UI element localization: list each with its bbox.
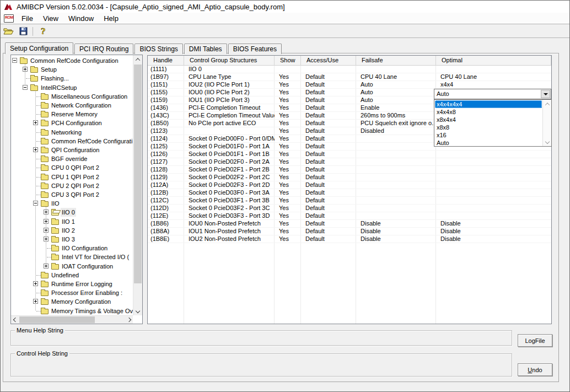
tab-setup-configuration[interactable]: Setup Configuration	[5, 42, 73, 54]
table-row[interactable]: (112C)Socket 0 PcieD03F1 - Port 3BYesDef…	[148, 197, 551, 205]
dropdown-option-x4x4x4x4[interactable]: x4x4x4x4	[435, 100, 542, 108]
logfile-button[interactable]: LogFile	[518, 334, 552, 347]
tree-vscroll-thumb[interactable]	[134, 65, 142, 283]
tab-dmi-tables[interactable]: DMI Tables	[184, 44, 227, 54]
column-header-access-use[interactable]: Access/Use	[301, 56, 356, 66]
expand-toggle-icon[interactable]	[33, 281, 38, 286]
tree-item-undefined[interactable]: Undefined	[11, 271, 133, 280]
table-row[interactable]: (1128)Socket 0 PcieD02F1 - Port 2BYesDef…	[148, 166, 551, 174]
tree-vertical-scrollbar[interactable]	[133, 55, 142, 315]
expand-toggle-icon[interactable]	[33, 120, 38, 125]
column-header-handle[interactable]: Handle	[148, 56, 184, 66]
tree-item-runtime-error-logging[interactable]: Runtime Error Logging	[11, 280, 133, 288]
dropdown-option-x8x8[interactable]: x8x8	[435, 123, 542, 131]
tree-item-memory-configuration[interactable]: Memory Configuration	[11, 297, 133, 306]
tree-item-flashing[interactable]: Flashing...	[11, 74, 133, 83]
tree-item-qpi-configuration[interactable]: QPI Configuration	[11, 146, 133, 154]
column-header-control-group-structures[interactable]: Control Group Structures	[184, 56, 275, 66]
dropdown-option-x4x4x8[interactable]: x4x4x8	[435, 108, 542, 116]
tree-item-label: IIO	[50, 199, 61, 208]
scroll-down-icon[interactable]	[133, 307, 142, 315]
table-row[interactable]: (1B8E)IOU2 Non-Posted PrefetchYesDefault…	[148, 235, 551, 243]
expand-toggle-icon[interactable]	[33, 299, 38, 304]
optimal-combobox[interactable]: Auto	[434, 89, 551, 99]
table-row[interactable]: (1B8A)IOU1 Non-Posted PrefetchYesDefault…	[148, 228, 551, 235]
tab-pci-irq-routing[interactable]: PCI IRQ Routing	[74, 44, 133, 54]
table-row[interactable]: (1126)Socket 0 PcieD01F1 - Port 1BYesDef…	[148, 151, 551, 158]
tree-item-iio-configuration[interactable]: IIO Configuration	[11, 244, 133, 253]
expand-toggle-icon[interactable]	[44, 228, 49, 233]
dropdown-option-auto[interactable]: Auto	[435, 139, 542, 147]
column-header-failsafe[interactable]: Failsafe	[356, 56, 436, 66]
tree-item-networking[interactable]: Networking	[11, 128, 133, 137]
expand-toggle-icon[interactable]	[33, 147, 38, 152]
collapse-toggle-icon[interactable]	[33, 201, 38, 206]
menu-window[interactable]: Window	[63, 13, 99, 24]
tree-horizontal-scrollbar[interactable]	[11, 315, 133, 324]
tree-item-common-refcode-configurati[interactable]: Common RefCode Configurati	[11, 137, 133, 146]
table-cell-name: IOU2 Non-Posted Prefetch	[184, 235, 275, 243]
table-row[interactable]: (112D)Socket 0 PcieD03F2 - Port 3CYesDef…	[148, 205, 551, 212]
tree-item-iio-0[interactable]: IIO 0	[11, 208, 133, 217]
dropdown-option-x8x4x4[interactable]: x8x4x4	[435, 116, 542, 123]
tree-item-iio[interactable]: IIO	[11, 199, 133, 208]
tree-item-cpu-0-qpi-port-2[interactable]: CPU 0 QPI Port 2	[11, 163, 133, 172]
scroll-up-icon[interactable]	[133, 55, 142, 64]
tree-item-reserve-memory[interactable]: Reserve Memory	[11, 110, 133, 119]
tree-item-cpu-2-qpi-port-2[interactable]: CPU 2 QPI Port 2	[11, 181, 133, 190]
tree-item-network-configuration[interactable]: Network Configuration	[11, 101, 133, 110]
tree-item-processor-error-enabling[interactable]: Processor Error Enabling :	[11, 288, 133, 297]
dropdown-option-x16[interactable]: x16	[435, 131, 542, 139]
collapse-toggle-icon[interactable]	[23, 85, 28, 90]
tree-item-memory-timings-voltage-ov[interactable]: Memory Timings & Voltage Ov	[11, 307, 133, 315]
menu-help[interactable]: Help	[99, 13, 123, 24]
expand-toggle-icon[interactable]	[44, 210, 49, 214]
collapse-toggle-icon[interactable]	[12, 58, 17, 63]
table-row[interactable]: (1B86)IOU0 Non-Posted PrefetchYesDefault…	[148, 220, 551, 228]
tree-item-iio-2[interactable]: IIO 2	[11, 226, 133, 235]
table-row[interactable]: (1151)IOU2 (IIO PCIe Port 1)YesDefaultAu…	[148, 81, 551, 89]
scroll-left-icon[interactable]	[11, 316, 19, 324]
menu-file[interactable]: File	[17, 13, 38, 24]
tree-item-pch-configuration[interactable]: PCH Configuration	[11, 119, 133, 127]
undo-button[interactable]: Undo	[518, 363, 552, 376]
table-row[interactable]: (112A)Socket 0 PcieD02F3 - Port 2DYesDef…	[148, 181, 551, 189]
open-file-button[interactable]	[2, 25, 15, 37]
table-row[interactable]: (112E)Socket 0 PcieD03F3 - Port 3DYesDef…	[148, 212, 551, 220]
tree-item-iio-1[interactable]: IIO 1	[11, 217, 133, 226]
tree-item-intel-vt-for-directed-i-o[interactable]: Intel VT for Directed I/O (	[11, 253, 133, 261]
table-row[interactable]: (1111)IIO 0	[148, 66, 551, 73]
scroll-right-icon[interactable]	[125, 316, 133, 324]
tree-item-common-refcode-configuration[interactable]: Common RefCode Configuration	[11, 56, 133, 65]
tree-item-bgf-override[interactable]: BGF override	[11, 154, 133, 163]
expand-toggle-icon[interactable]	[23, 67, 28, 72]
tree-item-ioat-configuration[interactable]: IOAT Configuration	[11, 262, 133, 271]
column-header-show[interactable]: Show	[275, 56, 301, 66]
table-row[interactable]: (1129)Socket 0 PcieD02F2 - Port 2CYesDef…	[148, 174, 551, 181]
document-rom-icon[interactable]: ROM	[4, 14, 14, 23]
expand-toggle-icon[interactable]	[44, 264, 49, 269]
table-row[interactable]: (1B97)CPU Lane TypeYesDefaultCPU 40 Lane…	[148, 73, 551, 81]
menu-view[interactable]: View	[38, 13, 63, 24]
combobox-dropdown-button[interactable]	[541, 90, 550, 98]
table-cell-access: Default	[301, 197, 356, 205]
tree-item-cpu-3-qpi-port-2[interactable]: CPU 3 QPI Port 2	[11, 190, 133, 199]
tree-item-intelrcsetup[interactable]: IntelRCSetup	[11, 83, 133, 92]
tree-item-setup[interactable]: Setup	[11, 65, 133, 74]
tab-bios-features[interactable]: BIOS Features	[228, 44, 282, 54]
tree-item-miscellaneous-configuration[interactable]: Miscellaneous Configuration	[11, 92, 133, 101]
dropdown-scroll-up-icon[interactable]	[543, 100, 551, 109]
expand-toggle-icon[interactable]	[44, 219, 49, 224]
table-row[interactable]: (1127)Socket 0 PcieD02F0 - Port 2AYesDef…	[148, 158, 551, 166]
expand-toggle-icon[interactable]	[44, 237, 49, 241]
tree-item-cpu-1-qpi-port-2[interactable]: CPU 1 QPI Port 2	[11, 173, 133, 181]
table-row[interactable]: (112B)Socket 0 PcieD03F0 - Port 3AYesDef…	[148, 189, 551, 197]
save-button[interactable]	[17, 25, 30, 37]
dropdown-scroll-down-icon[interactable]	[543, 137, 551, 146]
help-button[interactable]: ?	[36, 25, 50, 37]
tree-hscroll-thumb[interactable]	[19, 316, 95, 323]
tree-item-iio-3[interactable]: IIO 3	[11, 235, 133, 244]
tab-bios-strings[interactable]: BIOS Strings	[135, 44, 182, 54]
dropdown-scrollbar[interactable]	[542, 100, 551, 146]
column-header-optimal[interactable]: Optimal	[436, 56, 551, 66]
